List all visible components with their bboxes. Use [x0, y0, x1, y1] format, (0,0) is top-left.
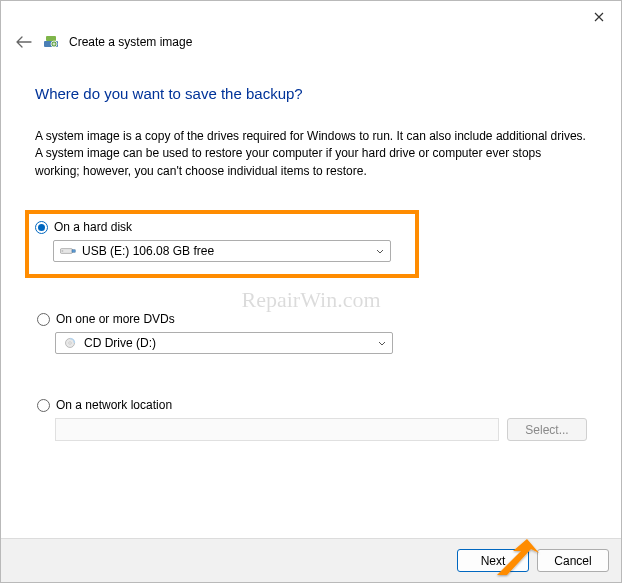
radio-dvd-label: On one or more DVDs — [56, 312, 175, 326]
radio-icon — [37, 313, 50, 326]
svg-rect-4 — [72, 250, 75, 252]
option-dvd: On one or more DVDs CD Drive (D:) — [37, 312, 587, 354]
select-button: Select... — [507, 418, 587, 441]
radio-network[interactable]: On a network location — [37, 398, 587, 412]
option-network: On a network location Select... — [37, 398, 587, 441]
header-title: Create a system image — [69, 35, 192, 49]
close-icon — [594, 12, 604, 22]
header: Create a system image — [1, 33, 621, 51]
radio-dvd[interactable]: On one or more DVDs — [37, 312, 587, 326]
page-description: A system image is a copy of the drives r… — [35, 128, 587, 180]
dvd-dropdown-value: CD Drive (D:) — [84, 336, 372, 350]
cancel-button[interactable]: Cancel — [537, 549, 609, 572]
title-bar — [1, 1, 621, 35]
radio-hard-disk[interactable]: On a hard disk — [35, 220, 407, 234]
dialog-window: Create a system image Where do you want … — [0, 0, 622, 583]
content-area: Where do you want to save the backup? A … — [1, 51, 621, 441]
radio-hard-disk-label: On a hard disk — [54, 220, 132, 234]
network-path-input — [55, 418, 499, 441]
chevron-down-icon — [370, 249, 390, 254]
close-button[interactable] — [585, 5, 613, 29]
footer-bar: Next Cancel — [1, 538, 621, 582]
radio-network-label: On a network location — [56, 398, 172, 412]
radio-icon — [35, 221, 48, 234]
hard-disk-dropdown-value: USB (E:) 106.08 GB free — [82, 244, 370, 258]
hard-disk-dropdown[interactable]: USB (E:) 106.08 GB free — [53, 240, 391, 262]
chevron-down-icon — [372, 341, 392, 346]
dvd-dropdown[interactable]: CD Drive (D:) — [55, 332, 393, 354]
app-icon — [43, 34, 59, 50]
svg-rect-5 — [62, 250, 64, 252]
page-title: Where do you want to save the backup? — [35, 85, 587, 102]
disc-icon — [62, 337, 78, 349]
usb-drive-icon — [60, 245, 76, 257]
back-arrow-icon — [16, 36, 32, 48]
radio-icon — [37, 399, 50, 412]
highlight-annotation: On a hard disk USB (E:) 106.08 GB free — [25, 210, 419, 278]
svg-point-7 — [69, 342, 71, 344]
svg-rect-1 — [46, 36, 56, 41]
next-button[interactable]: Next — [457, 549, 529, 572]
back-button[interactable] — [15, 33, 33, 51]
